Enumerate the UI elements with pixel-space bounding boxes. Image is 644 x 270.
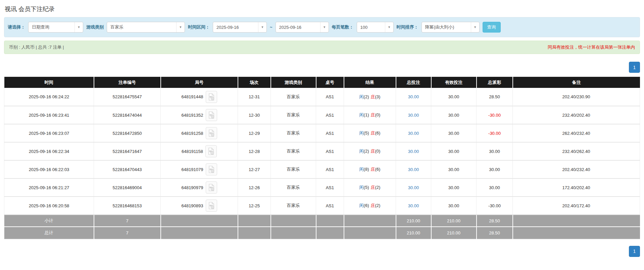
- video-record-button[interactable]: [206, 181, 217, 194]
- total-empty-cell: [513, 227, 640, 239]
- filter-toolbar: 请选择： 日期查询 ▼ 游戏类别 百家乐 ▼ 时间区间： 2025-09-16 …: [4, 17, 640, 37]
- game-type-value: 百家乐: [107, 24, 127, 30]
- cell-total-bet: 30.00: [396, 160, 431, 178]
- result-player-label: 闲: [359, 185, 364, 190]
- cell-result: 闲(2)庄(3): [344, 88, 396, 106]
- caret-down-icon: ▼: [258, 22, 266, 32]
- cell-time: 2025-09-16 06:21:27: [4, 178, 94, 197]
- table-summary: 小计 7 210.00 210.00 28.50 总计 7 2: [4, 215, 640, 239]
- cell-total-bet: 30.00: [396, 124, 431, 142]
- total-empty-cell: [238, 227, 271, 239]
- cell-result: 闲(6)庄(2): [344, 197, 396, 215]
- page-size-select[interactable]: 100 ▼: [357, 22, 394, 33]
- video-record-icon: [208, 111, 215, 119]
- total-bet-link[interactable]: 30.00: [408, 149, 419, 154]
- cell-payout: -30.00: [477, 106, 513, 124]
- result-banker-label: 庄: [371, 167, 375, 172]
- date-to-select[interactable]: 2025-09-16 ▼: [276, 22, 329, 33]
- total-empty-cell: [344, 227, 396, 239]
- video-record-button[interactable]: [206, 163, 217, 175]
- cell-table-id: AS1: [316, 142, 344, 160]
- cell-round-id: 648190979: [161, 178, 238, 197]
- cell-time: 2025-09-16 06:22:03: [4, 160, 94, 178]
- page-size-label: 每页笔数：: [332, 24, 354, 30]
- cell-time: 2025-09-16 06:23:41: [4, 106, 94, 124]
- cell-valid-bet: 30.00: [431, 142, 477, 160]
- total-bet-link[interactable]: 30.00: [408, 113, 419, 118]
- total-bet-link[interactable]: 30.00: [408, 167, 419, 172]
- total-bet-link[interactable]: 30.00: [408, 185, 419, 190]
- result-player-label: 闲: [359, 203, 364, 208]
- game-type-select[interactable]: 百家乐 ▼: [107, 22, 185, 33]
- cell-session: 12-25: [238, 197, 271, 215]
- query-mode-value: 日期查询: [29, 24, 53, 30]
- caret-down-icon: ▼: [471, 22, 479, 32]
- round-id-text: 648191079: [181, 167, 203, 172]
- video-record-icon: [208, 129, 215, 137]
- cell-round-id: 648191079: [161, 160, 238, 178]
- video-record-button[interactable]: [206, 200, 217, 212]
- total-empty-cell: [271, 227, 316, 239]
- select-mode-label: 请选择：: [8, 24, 25, 30]
- cell-round-id: 648190893: [161, 197, 238, 215]
- subtotal-valid-bet: 210.00: [431, 215, 477, 227]
- total-empty-cell: [161, 227, 238, 239]
- cell-time: 2025-09-16 06:23:07: [4, 124, 94, 142]
- cell-table-id: AS1: [316, 106, 344, 124]
- cell-payout: 30.00: [477, 178, 513, 197]
- cell-session: 12-26: [238, 178, 271, 197]
- round-id-text: 648190893: [181, 203, 203, 208]
- cell-payout: 30.00: [477, 160, 513, 178]
- cell-remark: 202.40/230.90: [513, 88, 640, 106]
- video-record-button[interactable]: [205, 145, 217, 157]
- table-row: 2025-09-16 06:24:22 522816475547 6481914…: [4, 88, 640, 106]
- total-bet-link[interactable]: 30.00: [408, 131, 419, 136]
- table-row: 2025-09-16 06:22:03 522816470443 6481910…: [4, 160, 640, 178]
- page-1-button[interactable]: 1: [629, 246, 640, 257]
- result-player-label: 闲: [359, 130, 364, 136]
- video-record-button[interactable]: [206, 91, 217, 103]
- result-player-count: (5): [364, 185, 369, 190]
- column-header-5: 桌号: [316, 77, 344, 88]
- video-record-button[interactable]: [206, 109, 217, 121]
- table-row: 2025-09-16 06:20:58 522816468153 6481908…: [4, 197, 640, 215]
- cell-session: 12-30: [238, 106, 271, 124]
- cell-payout: -30.00: [477, 197, 513, 215]
- cell-remark: 232.40/262.40: [513, 142, 640, 160]
- subtotal-count: 7: [94, 215, 161, 227]
- total-bet-link[interactable]: 30.00: [408, 94, 419, 99]
- cell-table-id: AS1: [316, 88, 344, 106]
- query-mode-select[interactable]: 日期查询 ▼: [28, 22, 83, 33]
- result-player-label: 闲: [359, 112, 364, 117]
- query-button[interactable]: 查询: [483, 22, 501, 33]
- currency-total-text: 币别 : 人民币 | 总共 :7 注单 |: [9, 44, 64, 50]
- column-header-10: 备注: [513, 77, 640, 88]
- cell-game-type: 百家乐: [271, 160, 316, 178]
- cell-time: 2025-09-16 06:20:58: [4, 197, 94, 215]
- cell-time: 2025-09-16 06:22:34: [4, 142, 94, 160]
- video-record-button[interactable]: [206, 127, 217, 139]
- result-player-count: (2): [364, 94, 369, 99]
- cell-round-id: 648191158: [161, 142, 238, 160]
- cell-result: 闲(5)庄(6): [344, 124, 396, 142]
- result-player-count: (2): [364, 149, 369, 154]
- pagination-bottom: 1: [4, 246, 640, 257]
- subtotal-row: 小计 7 210.00 210.00 28.50: [4, 215, 640, 227]
- cell-table-id: AS1: [316, 160, 344, 178]
- video-record-icon: [208, 148, 214, 155]
- page-1-button[interactable]: 1: [629, 62, 640, 73]
- result-banker-count: (0): [375, 112, 381, 117]
- page-title: 视讯 会员下注纪录: [4, 0, 640, 17]
- result-banker-label: 庄: [371, 94, 375, 99]
- cell-time: 2025-09-16 06:24:22: [4, 88, 94, 106]
- total-bet-link[interactable]: 30.00: [408, 203, 419, 208]
- date-from-select[interactable]: 2025-09-16 ▼: [213, 22, 267, 33]
- video-record-icon: [208, 93, 215, 101]
- caret-down-icon: ▼: [176, 22, 185, 32]
- subtotal-empty-cell: [238, 215, 271, 227]
- cell-total-bet: 30.00: [396, 178, 431, 197]
- page-size-value: 100: [357, 25, 371, 30]
- cell-session: 12-28: [238, 142, 271, 160]
- sort-order-select[interactable]: 降冪(由大到小) ▼: [422, 22, 480, 33]
- total-valid-bet: 210.00: [431, 227, 477, 239]
